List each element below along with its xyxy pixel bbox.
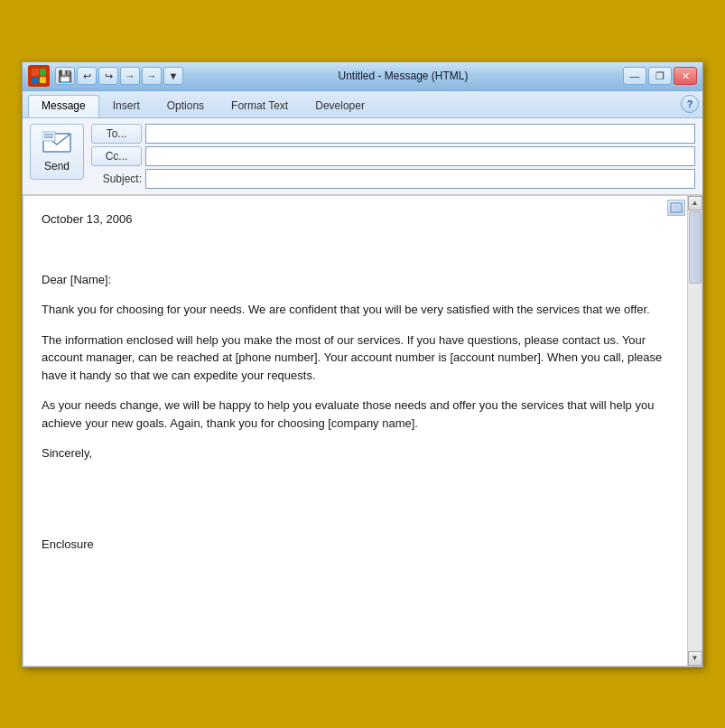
- window-title: Untitled - Message (HTML): [187, 70, 619, 82]
- tab-insert[interactable]: Insert: [99, 95, 153, 117]
- customize-button[interactable]: ▼: [163, 67, 183, 85]
- redo-button[interactable]: ↪: [98, 67, 118, 85]
- tab-options[interactable]: Options: [153, 95, 218, 117]
- email-date: October 13, 2006: [42, 210, 669, 229]
- save-button[interactable]: 💾: [55, 67, 75, 85]
- outlook-window: 💾 ↩ ↪ → → ▼ Untitled - Message (HTML) — …: [22, 61, 703, 667]
- email-closing: Sincerely,: [42, 444, 669, 462]
- office-logo: [28, 65, 50, 87]
- undo-button[interactable]: ↩: [77, 67, 97, 85]
- subject-input[interactable]: [145, 169, 695, 189]
- expand-icon[interactable]: [667, 200, 685, 216]
- scroll-up-arrow[interactable]: ▲: [688, 196, 702, 210]
- forward-button1[interactable]: →: [120, 67, 140, 85]
- email-paragraph3: As your needs change, we will be happy t…: [42, 397, 669, 432]
- subject-label: Subject:: [91, 173, 142, 185]
- subject-row: Subject:: [91, 169, 695, 189]
- tab-format-text[interactable]: Format Text: [218, 95, 302, 117]
- scroll-down-arrow[interactable]: ▼: [688, 651, 702, 666]
- ribbon-tabs: Message Insert Options Format Text Devel…: [23, 91, 384, 117]
- svg-rect-1: [42, 132, 55, 141]
- ribbon: Message Insert Options Format Text Devel…: [23, 91, 702, 118]
- tab-message[interactable]: Message: [28, 95, 99, 117]
- to-row: To...: [91, 124, 695, 144]
- email-paragraph1: Thank you for choosing for your needs. W…: [42, 301, 669, 319]
- email-fields: To... Cc... Subject:: [91, 124, 695, 189]
- to-button[interactable]: To...: [91, 124, 142, 144]
- svg-rect-5: [673, 205, 680, 210]
- email-body[interactable]: October 13, 2006 Dear [Name]: Thank you …: [23, 196, 687, 666]
- window-controls: — ❐ ✕: [623, 67, 697, 85]
- quick-access-toolbar: 💾 ↩ ↪ → → ▼: [55, 67, 183, 85]
- cc-button[interactable]: Cc...: [91, 146, 142, 166]
- email-footer: Enclosure: [42, 536, 669, 554]
- scroll-thumb[interactable]: [689, 211, 702, 284]
- to-input[interactable]: [145, 124, 695, 144]
- help-button[interactable]: ?: [681, 95, 699, 113]
- close-button[interactable]: ✕: [674, 67, 697, 85]
- vertical-scrollbar[interactable]: ▲ ▼: [687, 196, 702, 666]
- email-greeting: Dear [Name]:: [42, 271, 669, 289]
- cc-row: Cc...: [91, 146, 695, 166]
- email-blank1: [42, 240, 669, 258]
- email-body-wrapper: October 13, 2006 Dear [Name]: Thank you …: [23, 195, 702, 667]
- send-label: Send: [44, 160, 70, 173]
- cc-input[interactable]: [145, 146, 695, 166]
- title-bar: 💾 ↩ ↪ → → ▼ Untitled - Message (HTML) — …: [23, 62, 702, 91]
- send-button[interactable]: Send: [30, 124, 84, 180]
- scroll-track[interactable]: [689, 211, 702, 650]
- email-paragraph2: The information enclosed will help you m…: [42, 331, 669, 385]
- email-blank2: [42, 475, 669, 493]
- send-icon: [42, 131, 71, 156]
- maximize-button[interactable]: ❐: [648, 67, 672, 85]
- forward-button2[interactable]: →: [142, 67, 162, 85]
- email-blank3: [42, 505, 669, 523]
- minimize-button[interactable]: —: [623, 67, 646, 85]
- tab-developer[interactable]: Developer: [302, 95, 378, 117]
- email-header: Send To... Cc... Subject:: [23, 118, 702, 195]
